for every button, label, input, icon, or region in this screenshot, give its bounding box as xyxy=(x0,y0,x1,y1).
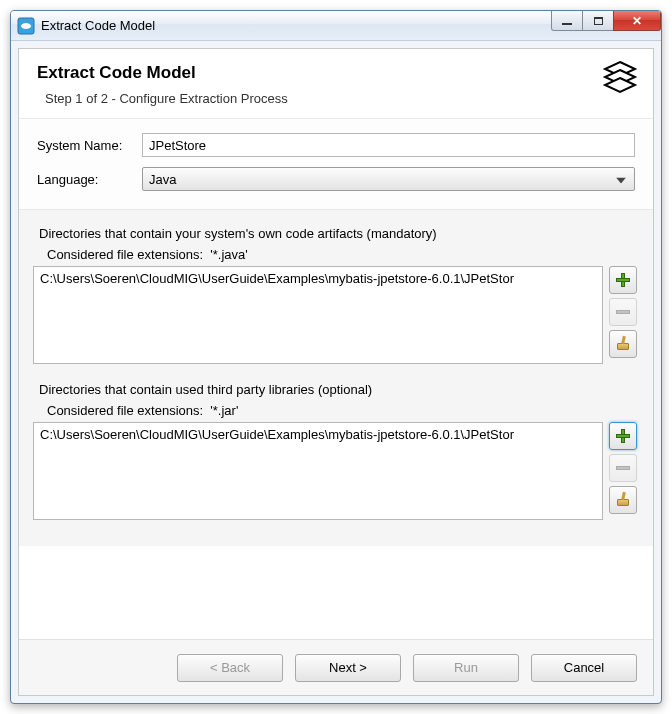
own-ext-value: '*.java' xyxy=(210,247,247,262)
chevron-down-icon xyxy=(616,172,626,187)
directories-area: Directories that contain your system's o… xyxy=(19,210,653,546)
list-item[interactable]: C:\Users\Soeren\CloudMIG\UserGuide\Examp… xyxy=(40,427,596,442)
libs-listbox[interactable]: C:\Users\Soeren\CloudMIG\UserGuide\Examp… xyxy=(33,422,603,520)
title-bar[interactable]: Extract Code Model ✕ xyxy=(11,11,661,41)
svg-point-1 xyxy=(21,23,31,29)
libs-group: Directories that contain used third part… xyxy=(33,382,639,520)
svg-marker-5 xyxy=(616,178,626,184)
window-controls: ✕ xyxy=(552,11,661,31)
system-name-label: System Name: xyxy=(37,138,142,153)
libs-ext-label: Considered file extensions: xyxy=(47,403,203,418)
close-button[interactable]: ✕ xyxy=(613,11,661,31)
libs-add-button[interactable] xyxy=(609,422,637,450)
minus-icon xyxy=(616,466,630,470)
plus-icon xyxy=(616,273,630,287)
own-clear-button[interactable] xyxy=(609,330,637,358)
libs-remove-button[interactable] xyxy=(609,454,637,482)
next-button[interactable]: Next > xyxy=(295,654,401,682)
app-icon xyxy=(17,17,35,35)
back-button[interactable]: < Back xyxy=(177,654,283,682)
client-area: Extract Code Model Step 1 of 2 - Configu… xyxy=(18,48,654,696)
libs-clear-button[interactable] xyxy=(609,486,637,514)
own-add-button[interactable] xyxy=(609,266,637,294)
system-name-input[interactable] xyxy=(142,133,635,157)
own-code-title: Directories that contain your system's o… xyxy=(39,226,633,241)
broom-icon xyxy=(616,336,630,352)
own-code-listbox[interactable]: C:\Users\Soeren\CloudMIG\UserGuide\Examp… xyxy=(33,266,603,364)
language-value: Java xyxy=(149,172,176,187)
own-code-group: Directories that contain your system's o… xyxy=(33,226,639,364)
language-select[interactable]: Java xyxy=(142,167,635,191)
list-item[interactable]: C:\Users\Soeren\CloudMIG\UserGuide\Examp… xyxy=(40,271,596,286)
own-remove-button[interactable] xyxy=(609,298,637,326)
cancel-button[interactable]: Cancel xyxy=(531,654,637,682)
wizard-header: Extract Code Model Step 1 of 2 - Configu… xyxy=(19,49,653,119)
broom-icon xyxy=(616,492,630,508)
minus-icon xyxy=(616,310,630,314)
libs-ext-value: '*.jar' xyxy=(210,403,238,418)
layers-icon xyxy=(601,59,639,100)
form-area: System Name: Language: Java xyxy=(19,119,653,210)
language-label: Language: xyxy=(37,172,142,187)
page-title: Extract Code Model xyxy=(37,63,635,83)
run-button[interactable]: Run xyxy=(413,654,519,682)
maximize-button[interactable] xyxy=(582,11,614,31)
dialog-window: Extract Code Model ✕ Extract Code Model … xyxy=(10,10,662,704)
minimize-button[interactable] xyxy=(551,11,583,31)
wizard-footer: < Back Next > Run Cancel xyxy=(19,639,653,695)
own-ext-label: Considered file extensions: xyxy=(47,247,203,262)
plus-icon xyxy=(616,429,630,443)
libs-title: Directories that contain used third part… xyxy=(39,382,633,397)
page-subtitle: Step 1 of 2 - Configure Extraction Proce… xyxy=(45,91,635,106)
window-title: Extract Code Model xyxy=(41,18,155,33)
